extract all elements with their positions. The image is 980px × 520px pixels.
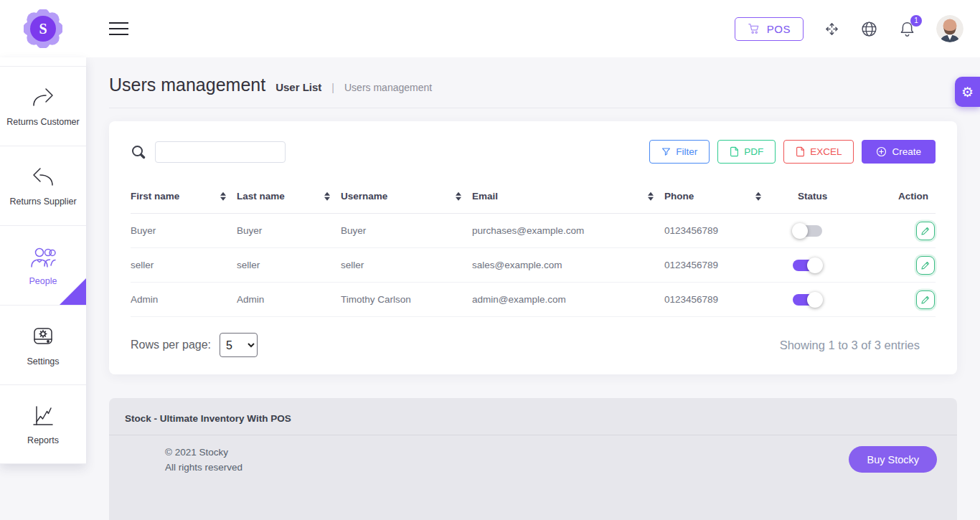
buy-stocky-button[interactable]: Buy Stocky [849, 446, 937, 473]
breadcrumb-user-list[interactable]: User List [275, 81, 321, 93]
footer: Stock - Ultimate Inventory With POS © 20… [109, 398, 957, 520]
globe-icon [860, 20, 878, 38]
language-button[interactable] [860, 20, 878, 38]
sort-icon [220, 192, 226, 201]
gear-icon: ⚙ [961, 84, 974, 100]
cell-last-name: Admin [237, 283, 341, 317]
sidebar-item-label: Returns Customer [6, 117, 79, 127]
pdf-export-button[interactable]: PDF [717, 140, 776, 164]
column-header-first-name[interactable]: First name [131, 179, 237, 214]
sidebar-item-settings[interactable]: Settings [0, 305, 86, 384]
sidebar-item-reports[interactable]: Reports [0, 384, 86, 464]
app-logo[interactable]: S [24, 9, 62, 48]
status-toggle[interactable] [793, 294, 822, 306]
column-label: Username [341, 191, 387, 202]
rows-per-page-select[interactable]: 5 [220, 333, 258, 357]
sidebar-item-returns-supplier[interactable]: Returns Supplier [0, 146, 86, 225]
column-header-phone[interactable]: Phone [664, 179, 772, 214]
excel-file-icon [796, 146, 805, 157]
cell-action [880, 283, 936, 317]
cell-phone: 0123456789 [664, 283, 772, 317]
expand-arrows-icon [824, 21, 840, 37]
topbar-actions: POS 1 [735, 0, 963, 57]
action-buttons: Filter PDF EXCEL [649, 140, 936, 164]
copyright-text: © 2021 Stocky [165, 445, 242, 460]
theme-settings-button[interactable]: ⚙ [955, 77, 980, 107]
filter-button[interactable]: Filter [649, 140, 710, 164]
plus-circle-icon [876, 146, 887, 157]
pos-label: POS [767, 23, 791, 35]
pencil-icon [920, 260, 930, 270]
breadcrumb-separator: | [331, 82, 334, 93]
cell-email: purchases@example.com [472, 214, 664, 248]
pagination-bar: Rows per page: 5 Showing 1 to 3 of 3 ent… [131, 333, 936, 357]
table-row: Admin Admin Timothy Carlson admin@exampl… [131, 283, 936, 317]
table-header-row: First name Last name Username Email [131, 179, 936, 214]
reports-icon [30, 403, 56, 427]
filter-label: Filter [676, 146, 697, 157]
header-divider [109, 108, 957, 108]
topbar: S POS [0, 0, 980, 57]
page-title: Users management [109, 75, 265, 95]
table-row: Buyer Buyer Buyer purchases@example.com … [131, 214, 936, 248]
sidebar-item-label: Settings [27, 356, 59, 367]
sidebar-item-returns-customer[interactable]: Returns Customer [0, 66, 86, 146]
edit-user-button[interactable] [916, 256, 935, 275]
sidebar-item-label: Returns Supplier [9, 197, 76, 207]
column-header-username[interactable]: Username [341, 179, 472, 214]
pdf-file-icon [730, 146, 739, 157]
cart-icon [748, 22, 760, 35]
menu-toggle-button[interactable] [109, 22, 128, 35]
cell-status [772, 248, 880, 283]
cell-status [772, 214, 880, 248]
pdf-label: PDF [744, 146, 763, 157]
status-toggle[interactable] [793, 225, 822, 237]
excel-export-button[interactable]: EXCEL [783, 140, 854, 164]
cell-first-name: Admin [131, 283, 237, 317]
pos-button[interactable]: POS [735, 17, 804, 41]
column-label: First name [131, 191, 179, 202]
table-toolbar: Filter PDF EXCEL [131, 140, 936, 164]
notifications-button[interactable]: 1 [898, 20, 916, 38]
sidebar-item-label: Reports [27, 435, 59, 445]
rights-text: All rights reserved [165, 460, 242, 475]
footer-bottom: © 2021 Stocky All rights reserved Buy St… [109, 435, 957, 475]
create-label: Create [892, 146, 921, 157]
user-avatar[interactable] [936, 15, 963, 42]
edit-user-button[interactable] [916, 222, 935, 240]
svg-text:S: S [39, 21, 47, 37]
entries-summary: Showing 1 to 3 of 3 entries [780, 339, 920, 352]
status-toggle[interactable] [793, 260, 822, 271]
column-label: Last name [237, 191, 285, 202]
column-header-last-name[interactable]: Last name [237, 179, 341, 214]
column-header-status: Status [772, 179, 880, 214]
create-user-button[interactable]: Create [862, 140, 936, 164]
cell-username: Buyer [341, 214, 472, 248]
sidebar-item-people[interactable]: People [0, 225, 86, 305]
pencil-icon [920, 295, 930, 305]
sort-icon [324, 192, 330, 201]
search-input[interactable] [155, 141, 286, 163]
cell-first-name: seller [131, 248, 237, 283]
cell-phone: 0123456789 [664, 248, 772, 283]
search-icon [131, 144, 146, 160]
fullscreen-button[interactable] [824, 21, 840, 37]
copyright-block: © 2021 Stocky All rights reserved [165, 445, 242, 475]
column-label: Action [898, 191, 928, 202]
main-content: ⚙ Users management User List | Users man… [86, 57, 980, 520]
notification-badge: 1 [910, 15, 922, 27]
returns-customer-icon [30, 86, 56, 109]
funnel-icon [661, 147, 671, 156]
stocky-logo-icon: S [24, 9, 62, 48]
cell-username: seller [341, 248, 472, 283]
footer-heading: Stock - Ultimate Inventory With POS [109, 398, 957, 435]
column-label: Email [472, 191, 498, 202]
sidebar-item-label: People [29, 276, 57, 286]
breadcrumb-current: Users management [344, 82, 432, 93]
table-row: seller seller seller sales@example.com 0… [131, 248, 936, 283]
column-label: Status [798, 191, 827, 202]
sort-icon [648, 192, 654, 201]
excel-label: EXCEL [810, 146, 842, 157]
edit-user-button[interactable] [916, 290, 935, 309]
column-header-email[interactable]: Email [472, 179, 664, 214]
